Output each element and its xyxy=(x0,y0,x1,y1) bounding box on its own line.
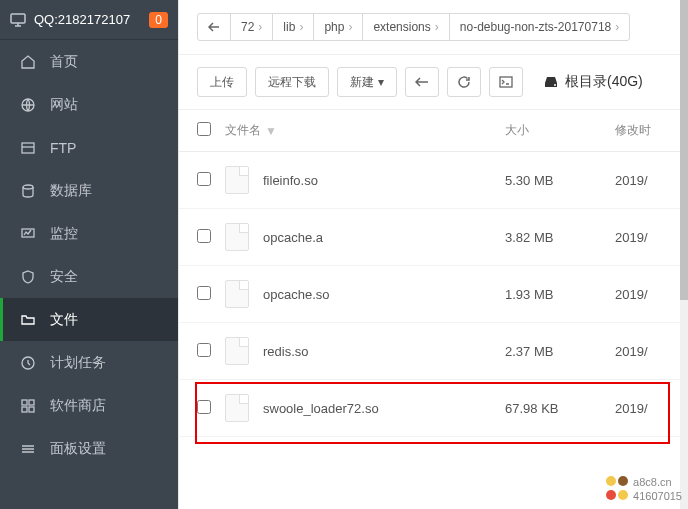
file-list: fileinfo.so5.30 MB2019/opcache.a3.82 MB2… xyxy=(179,152,688,437)
notification-badge[interactable]: 0 xyxy=(149,12,168,28)
sidebar-item-store[interactable]: 软件商店 xyxy=(0,384,178,427)
upload-button[interactable]: 上传 xyxy=(197,67,247,97)
row-checkbox[interactable] xyxy=(197,229,211,243)
column-size[interactable]: 大小 xyxy=(505,122,615,139)
sidebar-item-label: 安全 xyxy=(50,268,78,286)
sidebar-item-security[interactable]: 安全 xyxy=(0,255,178,298)
chevron-right-icon: › xyxy=(435,20,439,34)
scrollbar-thumb[interactable] xyxy=(680,0,688,300)
svg-rect-9 xyxy=(29,407,34,412)
breadcrumb-item[interactable]: 72› xyxy=(230,13,273,41)
chevron-right-icon: › xyxy=(348,20,352,34)
sidebar-item-monitor[interactable]: 监控 xyxy=(0,212,178,255)
main-panel: 72› lib› php› extensions› no-debug-non-z… xyxy=(178,0,688,509)
select-all-checkbox[interactable] xyxy=(197,122,211,136)
table-row[interactable]: opcache.so1.93 MB2019/ xyxy=(179,266,688,323)
sidebar: QQ:2182172107 0 首页 网站 FTP 数据库 监控 安全 文件 计… xyxy=(0,0,178,509)
breadcrumb-label: php xyxy=(324,20,344,34)
clock-icon xyxy=(20,355,36,371)
home-icon xyxy=(20,54,36,70)
breadcrumb-back-button[interactable] xyxy=(197,13,231,41)
row-checkbox[interactable] xyxy=(197,172,211,186)
svg-rect-6 xyxy=(22,400,27,405)
breadcrumb-label: 72 xyxy=(241,20,254,34)
refresh-button[interactable] xyxy=(447,67,481,97)
vertical-scrollbar[interactable] xyxy=(680,0,688,509)
sidebar-item-label: 面板设置 xyxy=(50,440,106,458)
computer-icon xyxy=(10,13,26,27)
breadcrumb: 72› lib› php› extensions› no-debug-non-z… xyxy=(179,0,688,55)
sidebar-item-label: 监控 xyxy=(50,225,78,243)
file-icon xyxy=(225,280,249,308)
sidebar-header: QQ:2182172107 0 xyxy=(0,0,178,40)
table-row[interactable]: swoole_loader72.so67.98 KB2019/ xyxy=(179,380,688,437)
file-date: 2019/ xyxy=(615,401,670,416)
table-header: 文件名 ▼ 大小 修改时 xyxy=(179,110,688,152)
sidebar-item-label: 计划任务 xyxy=(50,354,106,372)
watermark-text: a8c8.cn xyxy=(633,476,672,488)
terminal-button[interactable] xyxy=(489,67,523,97)
monitor-icon xyxy=(20,226,36,242)
breadcrumb-label: extensions xyxy=(373,20,430,34)
arrow-left-icon xyxy=(415,77,429,87)
column-name[interactable]: 文件名 ▼ xyxy=(225,122,505,139)
sidebar-item-label: FTP xyxy=(50,140,76,156)
file-name: redis.so xyxy=(263,344,309,359)
table-row[interactable]: redis.so2.37 MB2019/ xyxy=(179,323,688,380)
svg-rect-2 xyxy=(22,143,34,153)
sidebar-item-ftp[interactable]: FTP xyxy=(0,126,178,169)
settings-icon xyxy=(20,441,36,457)
file-date: 2019/ xyxy=(615,230,670,245)
row-checkbox[interactable] xyxy=(197,400,211,414)
store-icon xyxy=(20,398,36,414)
shield-icon xyxy=(20,269,36,285)
breadcrumb-item[interactable]: no-debug-non-zts-20170718› xyxy=(449,13,630,41)
breadcrumb-item[interactable]: lib› xyxy=(272,13,314,41)
globe-icon xyxy=(20,97,36,113)
file-icon xyxy=(225,223,249,251)
sidebar-item-label: 网站 xyxy=(50,96,78,114)
sidebar-item-files[interactable]: 文件 xyxy=(0,298,178,341)
sidebar-item-label: 首页 xyxy=(50,53,78,71)
breadcrumb-label: lib xyxy=(283,20,295,34)
sidebar-item-label: 数据库 xyxy=(50,182,92,200)
sidebar-item-settings[interactable]: 面板设置 xyxy=(0,427,178,470)
sidebar-item-database[interactable]: 数据库 xyxy=(0,169,178,212)
row-checkbox[interactable] xyxy=(197,343,211,357)
disk-icon xyxy=(543,75,559,89)
back-button[interactable] xyxy=(405,67,439,97)
toolbar: 上传 远程下载 新建▾ 根目录(40G) xyxy=(179,55,688,110)
file-name: opcache.so xyxy=(263,287,330,302)
watermark-text: 41607015 xyxy=(633,490,682,502)
file-size: 67.98 KB xyxy=(505,401,615,416)
file-size: 1.93 MB xyxy=(505,287,615,302)
remote-download-button[interactable]: 远程下载 xyxy=(255,67,329,97)
new-button[interactable]: 新建▾ xyxy=(337,67,397,97)
ftp-icon xyxy=(20,140,36,156)
breadcrumb-item[interactable]: php› xyxy=(313,13,363,41)
svg-rect-8 xyxy=(22,407,27,412)
sidebar-item-home[interactable]: 首页 xyxy=(0,40,178,83)
file-size: 5.30 MB xyxy=(505,173,615,188)
root-disk[interactable]: 根目录(40G) xyxy=(543,73,643,91)
new-button-label: 新建 xyxy=(350,74,374,91)
row-checkbox[interactable] xyxy=(197,286,211,300)
breadcrumb-item[interactable]: extensions› xyxy=(362,13,449,41)
table-row[interactable]: opcache.a3.82 MB2019/ xyxy=(179,209,688,266)
file-icon xyxy=(225,337,249,365)
table-row[interactable]: fileinfo.so5.30 MB2019/ xyxy=(179,152,688,209)
file-size: 3.82 MB xyxy=(505,230,615,245)
column-date[interactable]: 修改时 xyxy=(615,122,670,139)
file-icon xyxy=(225,394,249,422)
chevron-right-icon: › xyxy=(299,20,303,34)
qq-label: QQ:2182172107 xyxy=(34,12,149,27)
file-name: swoole_loader72.so xyxy=(263,401,379,416)
sidebar-item-cron[interactable]: 计划任务 xyxy=(0,341,178,384)
svg-point-11 xyxy=(554,84,556,86)
column-name-label: 文件名 xyxy=(225,122,261,139)
file-name: fileinfo.so xyxy=(263,173,318,188)
sort-desc-icon: ▼ xyxy=(265,124,277,138)
root-disk-label: 根目录(40G) xyxy=(565,73,643,91)
sidebar-item-website[interactable]: 网站 xyxy=(0,83,178,126)
refresh-icon xyxy=(457,75,471,89)
